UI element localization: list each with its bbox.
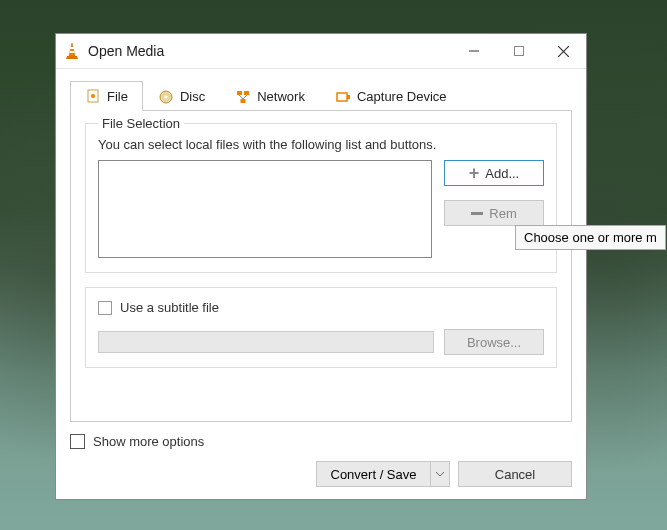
- tab-label: Network: [257, 89, 305, 104]
- tab-label: Capture Device: [357, 89, 447, 104]
- file-selection-legend: File Selection: [98, 116, 184, 131]
- svg-rect-11: [244, 91, 249, 95]
- convert-save-button[interactable]: Convert / Save: [316, 461, 450, 487]
- subtitle-group: Use a subtitle file Browse...: [85, 287, 557, 368]
- subtitle-checkbox[interactable]: [98, 301, 112, 315]
- svg-point-7: [91, 94, 95, 98]
- file-icon: [85, 88, 101, 104]
- svg-point-9: [164, 95, 167, 98]
- show-more-checkbox[interactable]: [70, 434, 85, 449]
- tab-disc[interactable]: Disc: [143, 81, 220, 111]
- tab-capture[interactable]: Capture Device: [320, 81, 462, 111]
- svg-line-13: [239, 95, 243, 99]
- file-list[interactable]: [98, 160, 432, 258]
- tab-file[interactable]: File: [70, 81, 143, 111]
- dialog-footer: Show more options Convert / Save Cancel: [56, 422, 586, 499]
- show-more-label: Show more options: [93, 434, 204, 449]
- minus-icon: [471, 212, 483, 215]
- cancel-button[interactable]: Cancel: [458, 461, 572, 487]
- browse-button[interactable]: Browse...: [444, 329, 544, 355]
- browse-label: Browse...: [467, 335, 521, 350]
- remove-label: Rem: [489, 206, 516, 221]
- convert-dropdown-arrow[interactable]: [430, 461, 450, 487]
- titlebar: Open Media: [56, 34, 586, 69]
- svg-rect-3: [514, 47, 523, 56]
- close-button[interactable]: [541, 36, 586, 66]
- maximize-button[interactable]: [496, 36, 541, 66]
- tab-content-file: File Selection You can select local file…: [70, 110, 572, 422]
- vlc-icon: [64, 42, 80, 60]
- network-icon: [235, 89, 251, 105]
- svg-rect-10: [237, 91, 242, 95]
- tab-label: Disc: [180, 89, 205, 104]
- file-selection-group: File Selection You can select local file…: [85, 123, 557, 273]
- tab-bar: File Disc Network Capture Device: [70, 81, 572, 111]
- cancel-label: Cancel: [495, 467, 535, 482]
- window-title: Open Media: [88, 43, 164, 59]
- disc-icon: [158, 89, 174, 105]
- minimize-button[interactable]: [451, 36, 496, 66]
- file-instruction: You can select local files with the foll…: [98, 137, 544, 152]
- subtitle-path-input[interactable]: [98, 331, 434, 353]
- tab-network[interactable]: Network: [220, 81, 320, 111]
- subtitle-label: Use a subtitle file: [120, 300, 219, 315]
- svg-rect-1: [70, 51, 75, 53]
- tab-label: File: [107, 89, 128, 104]
- convert-label: Convert / Save: [331, 467, 417, 482]
- plus-icon: +: [469, 164, 480, 182]
- open-media-dialog: Open Media File: [55, 33, 587, 500]
- svg-rect-16: [347, 95, 350, 99]
- svg-rect-12: [241, 99, 246, 103]
- tooltip: Choose one or more m: [515, 225, 666, 250]
- svg-rect-15: [337, 93, 347, 101]
- svg-line-14: [243, 95, 247, 99]
- chevron-down-icon: [436, 472, 444, 477]
- svg-rect-0: [70, 47, 74, 49]
- add-label: Add...: [485, 166, 519, 181]
- remove-button[interactable]: Rem: [444, 200, 544, 226]
- capture-icon: [335, 89, 351, 105]
- tooltip-text: Choose one or more m: [524, 230, 657, 245]
- add-button[interactable]: + Add...: [444, 160, 544, 186]
